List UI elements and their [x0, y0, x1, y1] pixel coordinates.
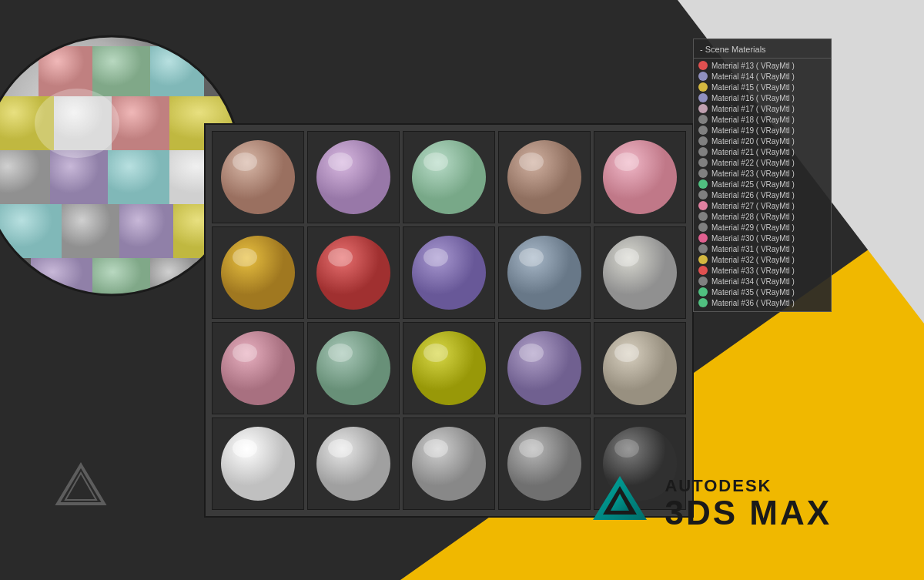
svg-rect-3 — [92, 46, 150, 96]
material-list-item[interactable]: Material #26 ( VRayMtl ) — [694, 189, 831, 200]
material-cell[interactable] — [307, 226, 400, 319]
material-label: Material #22 ( VRayMtl ) — [711, 159, 795, 167]
material-list-item[interactable]: Material #16 ( VRayMtl ) — [694, 92, 831, 103]
material-cell[interactable] — [307, 322, 400, 414]
material-list-item[interactable]: Material #21 ( VRayMtl ) — [694, 146, 831, 157]
scene-materials-header: - Scene Materials — [694, 42, 831, 59]
material-cell[interactable] — [403, 322, 495, 414]
material-list-item[interactable]: Material #14 ( VRayMtl ) — [694, 71, 831, 82]
svg-point-30 — [603, 140, 677, 214]
material-cell[interactable] — [594, 226, 686, 319]
material-list-item[interactable]: Material #33 ( VRayMtl ) — [694, 265, 831, 276]
material-cell[interactable] — [212, 322, 304, 414]
material-label: Material #20 ( VRayMtl ) — [711, 137, 795, 146]
material-label: Material #34 ( VRayMtl ) — [711, 277, 795, 286]
svg-point-33 — [233, 248, 257, 267]
material-color-dot — [698, 126, 708, 135]
brand-text: AUTODESK 3DS MAX — [665, 476, 832, 530]
material-label: Material #35 ( VRayMtl ) — [711, 288, 795, 297]
material-label: Material #26 ( VRayMtl ) — [711, 191, 795, 199]
material-color-dot — [698, 147, 708, 156]
material-color-dot — [698, 255, 708, 264]
svg-point-48 — [507, 331, 581, 405]
material-cell[interactable] — [594, 322, 686, 414]
material-list-item[interactable]: Material #27 ( VRayMtl ) — [694, 200, 831, 211]
material-grid-panel — [204, 123, 694, 518]
material-label: Material #17 ( VRayMtl ) — [711, 105, 795, 113]
material-cell[interactable] — [594, 131, 686, 223]
material-list-item[interactable]: Material #23 ( VRayMtl ) — [694, 168, 831, 179]
material-list-item[interactable]: Material #34 ( VRayMtl ) — [694, 276, 831, 287]
svg-point-39 — [519, 248, 544, 267]
svg-rect-9 — [0, 150, 50, 204]
material-cell[interactable] — [212, 417, 304, 510]
material-list-item[interactable]: Material #19 ( VRayMtl ) — [694, 125, 831, 136]
svg-point-22 — [221, 140, 295, 214]
material-list-item[interactable]: Material #18 ( VRayMtl ) — [694, 114, 831, 125]
material-color-dot — [698, 82, 708, 92]
material-list-item[interactable]: Material #30 ( VRayMtl ) — [694, 233, 831, 243]
material-color-dot — [698, 72, 708, 81]
material-list-item[interactable]: Material #13 ( VRayMtl ) — [694, 60, 831, 71]
svg-point-28 — [507, 140, 581, 214]
material-cell[interactable] — [498, 417, 591, 510]
material-list-item[interactable]: Material #20 ( VRayMtl ) — [694, 136, 831, 146]
svg-point-25 — [328, 153, 353, 171]
material-color-dot — [698, 115, 708, 124]
material-cell[interactable] — [212, 131, 304, 223]
svg-rect-10 — [50, 150, 108, 204]
material-cell[interactable] — [403, 131, 495, 223]
material-color-dot — [698, 287, 708, 297]
svg-rect-17 — [31, 258, 92, 304]
svg-point-31 — [614, 153, 639, 171]
material-grid — [212, 131, 686, 510]
material-color-dot — [698, 298, 708, 307]
material-color-dot — [698, 244, 708, 253]
svg-point-24 — [316, 140, 390, 214]
material-list-item[interactable]: Material #15 ( VRayMtl ) — [694, 82, 831, 92]
material-color-dot — [698, 179, 708, 189]
material-label: Material #14 ( VRayMtl ) — [711, 72, 795, 81]
svg-point-34 — [316, 236, 390, 310]
svg-point-58 — [507, 427, 581, 501]
material-cell[interactable] — [498, 226, 591, 319]
material-list-item[interactable]: Material #17 ( VRayMtl ) — [694, 103, 831, 114]
material-cell[interactable] — [498, 131, 591, 223]
material-cell[interactable] — [307, 417, 400, 510]
material-cell[interactable] — [307, 131, 400, 223]
material-list-item[interactable]: Material #36 ( VRayMtl ) — [694, 297, 831, 308]
material-label: Material #28 ( VRayMtl ) — [711, 213, 795, 221]
material-cell[interactable] — [403, 417, 495, 510]
material-cell[interactable] — [498, 322, 591, 414]
svg-point-50 — [603, 331, 677, 405]
material-cell[interactable] — [403, 226, 495, 319]
svg-rect-13 — [0, 204, 62, 258]
svg-point-59 — [519, 439, 544, 458]
autodesk-3dsmax-logo — [589, 472, 651, 534]
material-color-dot — [698, 266, 708, 275]
material-list-item[interactable]: Material #25 ( VRayMtl ) — [694, 179, 831, 189]
svg-point-36 — [412, 236, 486, 310]
material-color-dot — [698, 223, 708, 232]
material-list-item[interactable]: Material #35 ( VRayMtl ) — [694, 287, 831, 297]
material-color-dot — [698, 233, 708, 243]
svg-point-26 — [412, 140, 486, 214]
svg-point-44 — [316, 331, 390, 405]
material-list-item[interactable]: Material #31 ( VRayMtl ) — [694, 243, 831, 254]
material-color-dot — [698, 61, 708, 70]
material-list-item[interactable]: Material #28 ( VRayMtl ) — [694, 211, 831, 222]
svg-point-29 — [519, 153, 544, 171]
svg-point-55 — [328, 439, 353, 458]
material-list-item[interactable]: Material #22 ( VRayMtl ) — [694, 157, 831, 168]
material-list-item[interactable]: Material #32 ( VRayMtl ) — [694, 254, 831, 265]
material-list-item[interactable]: Material #29 ( VRayMtl ) — [694, 222, 831, 233]
svg-point-53 — [233, 439, 257, 458]
material-cell[interactable] — [212, 226, 304, 319]
material-label: Material #25 ( VRayMtl ) — [711, 180, 795, 189]
svg-point-45 — [328, 344, 353, 362]
svg-point-47 — [424, 344, 448, 362]
svg-point-41 — [614, 248, 639, 267]
material-label: Material #30 ( VRayMtl ) — [711, 234, 795, 243]
svg-point-35 — [328, 248, 353, 267]
material-color-dot — [698, 277, 708, 286]
